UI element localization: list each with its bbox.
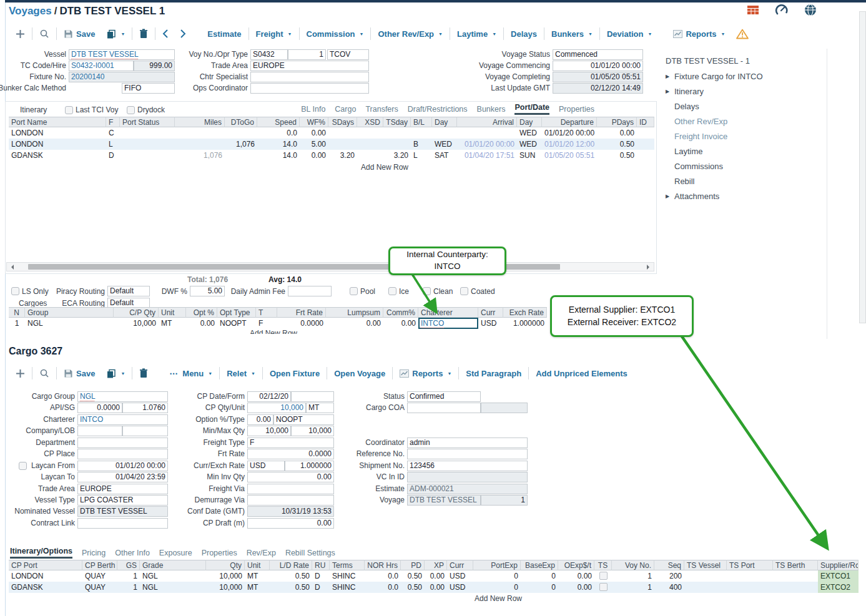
grid-cell-supplier-rcv[interactable]: EXTCO1 bbox=[818, 570, 859, 582]
tab-rev-exp[interactable]: Rev/Exp bbox=[247, 549, 276, 559]
grid-cell-portexp[interactable]: 0 bbox=[473, 570, 521, 582]
grid-cell-gs[interactable]: 1 bbox=[117, 582, 140, 593]
column-header-qty: Qty bbox=[206, 560, 245, 570]
grid-cell-baseexp[interactable]: 0 bbox=[521, 582, 558, 593]
tab-rebill-settings[interactable]: Rebill Settings bbox=[285, 549, 335, 559]
tab-properties[interactable]: Properties bbox=[202, 549, 237, 559]
voyage-field[interactable]: 1 bbox=[481, 495, 528, 506]
sidebar-item-label: Laytime bbox=[674, 147, 703, 156]
grid-cell-grade[interactable]: NGL bbox=[140, 570, 206, 582]
annotation-text: External Supplier: EXTCO1 bbox=[569, 304, 675, 316]
column-header-ru: RU bbox=[312, 560, 330, 570]
grid-cell-l-d-rate[interactable]: 0.50 bbox=[270, 582, 312, 593]
sidebar-item-delays[interactable]: Delays bbox=[666, 102, 763, 110]
grid-cell-xp[interactable]: 0.00 bbox=[425, 582, 447, 593]
grid-cell-xp[interactable]: 0.00 bbox=[425, 570, 447, 582]
voyage-label: Voyage bbox=[267, 495, 405, 506]
grid-cell-qty[interactable]: 10,000 bbox=[206, 582, 245, 593]
column-header-unit: Unit bbox=[245, 560, 270, 570]
grid-cell-nor-hrs[interactable]: 0.0 bbox=[365, 570, 401, 582]
column-header-ts-berth: TS Berth bbox=[773, 560, 818, 570]
sidebar-item-label: Itinerary bbox=[674, 87, 704, 96]
sidebar-item-fixture-cargo-for-intco[interactable]: ▶Fixture Cargo for INTCO bbox=[666, 72, 763, 81]
grid-cell-ts[interactable] bbox=[594, 582, 612, 593]
grid-cell-seq[interactable]: 400 bbox=[654, 582, 684, 593]
vc-in-id-field[interactable] bbox=[407, 472, 528, 482]
annotation-text: INTCO bbox=[435, 261, 461, 273]
grid-cell-gs[interactable]: 1 bbox=[117, 570, 140, 582]
grid-cell-terms[interactable]: SHINC bbox=[330, 582, 365, 593]
grid-cell-unit[interactable]: MT bbox=[245, 570, 270, 582]
sidebar-item-label: Delays bbox=[674, 102, 699, 111]
grid-cell-ts-berth[interactable] bbox=[773, 570, 818, 582]
grid-cell-ts-berth[interactable] bbox=[773, 582, 818, 593]
grid-cell-grade[interactable]: NGL bbox=[140, 582, 206, 593]
sidebar-item-itinerary[interactable]: ▶Itinerary bbox=[666, 87, 763, 95]
column-header-l-d-rate: L/D Rate bbox=[270, 560, 312, 570]
status-field[interactable]: Confirmed bbox=[407, 391, 481, 402]
shipment-no-field[interactable]: 123456 bbox=[407, 461, 528, 471]
grid-cell-nor-hrs[interactable]: 0.0 bbox=[365, 582, 401, 593]
annotation-text: External Receiver: EXTCO2 bbox=[568, 316, 676, 329]
grid-cell-voy-no[interactable]: 1 bbox=[612, 582, 654, 593]
coordinator-field[interactable]: admin bbox=[407, 438, 528, 448]
voyage-field[interactable]: DTB TEST VESSEL bbox=[407, 495, 481, 506]
vertical-scrollbar[interactable] bbox=[859, 11, 866, 323]
annotation-internal-counterparty: Internal Counterparty: INTCO bbox=[388, 247, 506, 275]
sidebar-item-laytime[interactable]: Laytime bbox=[666, 147, 763, 155]
grid-cell-cp-port[interactable]: GDANSK bbox=[9, 582, 82, 593]
expand-arrow-icon: ▶ bbox=[666, 89, 671, 94]
grid-cell-ru[interactable]: D bbox=[312, 570, 330, 582]
grid-cell-l-d-rate[interactable]: 0.50 bbox=[270, 570, 312, 582]
grid-cell-cp-berth[interactable]: QUAY bbox=[82, 570, 117, 582]
cargo-coa-label: Cargo COA bbox=[267, 403, 405, 413]
column-header-nor-hrs: NOR Hrs bbox=[365, 560, 401, 570]
grid-cell-ts-port[interactable] bbox=[727, 570, 773, 582]
grid-cell-terms[interactable]: SHINC bbox=[330, 570, 365, 582]
voyage-sidebar: DTB TEST VESSEL - 1▶Fixture Cargo for IN… bbox=[666, 56, 763, 207]
cargo-coa-field[interactable] bbox=[407, 403, 481, 413]
grid-cell-ts-vessel[interactable] bbox=[684, 582, 727, 593]
sidebar-item-label: Other Rev/Exp bbox=[674, 117, 727, 126]
expand-arrow-icon: ▶ bbox=[666, 193, 671, 199]
sidebar-item-rebill[interactable]: Rebill bbox=[666, 177, 763, 185]
table-row: GDANSKQUAY1NGL10,000MT0.50DSHINC0.00.500… bbox=[9, 582, 859, 593]
grid-cell-curr[interactable]: USD bbox=[447, 582, 473, 593]
grid-cell-curr[interactable]: USD bbox=[447, 570, 473, 582]
cargo-add-new-row[interactable]: Add New Row bbox=[475, 594, 522, 603]
grid-cell-portexp[interactable]: 0 bbox=[473, 582, 521, 593]
tab-itinerary-options[interactable]: Itinerary/Options bbox=[10, 547, 72, 559]
tab-pricing[interactable]: Pricing bbox=[82, 549, 106, 559]
ts-checkbox[interactable] bbox=[599, 572, 608, 580]
grid-cell-cp-berth[interactable]: QUAY bbox=[82, 582, 117, 593]
sidebar-item-attachments[interactable]: ▶Attachments bbox=[666, 192, 763, 200]
grid-cell-baseexp[interactable]: 0 bbox=[521, 570, 558, 582]
grid-cell-voy-no[interactable]: 1 bbox=[612, 570, 654, 582]
grid-cell-supplier-rcv[interactable]: EXTCO2 bbox=[818, 582, 859, 593]
grid-cell-seq[interactable]: 200 bbox=[654, 570, 684, 582]
ts-checkbox[interactable] bbox=[599, 583, 608, 591]
grid-cell-unit[interactable]: MT bbox=[245, 582, 270, 593]
tab-exposure[interactable]: Exposure bbox=[159, 549, 192, 559]
reference-no-field[interactable] bbox=[407, 449, 528, 459]
voyage-manager-page: Voyages/DTB TEST VESSEL 1 Save ▼ Estimat… bbox=[0, 0, 866, 616]
grid-cell-ts-port[interactable] bbox=[727, 582, 773, 593]
grid-cell-oexp-t[interactable]: 0.00 bbox=[558, 582, 594, 593]
estimate-field[interactable]: ADM-000021 bbox=[407, 484, 528, 494]
grid-cell-ts[interactable] bbox=[594, 570, 612, 582]
grid-cell-pd[interactable]: 0.50 bbox=[401, 582, 425, 593]
annotation-text: Internal Counterparty: bbox=[406, 249, 488, 261]
sidebar-item-commissions[interactable]: Commissions bbox=[666, 162, 763, 170]
cargo-coa-field[interactable] bbox=[481, 403, 528, 413]
grid-cell-qty[interactable]: 10,000 bbox=[206, 570, 245, 582]
sidebar-item-label: Fixture Cargo for INTCO bbox=[674, 72, 763, 81]
sidebar-item-freight-invoice[interactable]: Freight Invoice bbox=[666, 132, 763, 140]
column-header-grade: Grade bbox=[140, 560, 206, 570]
grid-cell-pd[interactable]: 0.50 bbox=[401, 570, 425, 582]
tab-other-info[interactable]: Other Info bbox=[115, 549, 150, 559]
grid-cell-ts-vessel[interactable] bbox=[684, 570, 727, 582]
grid-cell-oexp-t[interactable]: 0.00 bbox=[558, 570, 594, 582]
grid-cell-ru[interactable]: D bbox=[312, 582, 330, 593]
grid-cell-cp-port[interactable]: LONDON bbox=[9, 570, 82, 582]
sidebar-item-other-rev-exp[interactable]: Other Rev/Exp bbox=[666, 117, 763, 125]
